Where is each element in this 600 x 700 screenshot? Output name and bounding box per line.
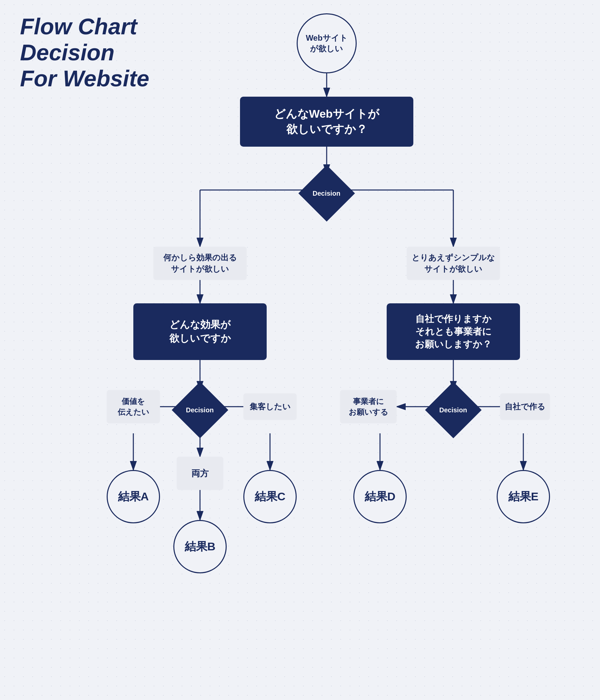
result-b-label: 結果B (185, 539, 216, 554)
question2-left-node: どんな効果が 欲しいですか (133, 303, 267, 360)
start-node: Webサイト が欲しい (297, 13, 357, 73)
decision1-label: Decision (312, 189, 340, 197)
label-rl: 事業者に お願いする (340, 390, 397, 423)
label-lr: 集客したい (243, 393, 297, 420)
result-d-node: 結果D (353, 470, 407, 523)
label-left1-text: 何かしら効果の出る サイトが欲しい (163, 252, 237, 274)
question2-right-node: 自社で作りますか それとも事業者に お願いしますか？ (387, 303, 520, 360)
decision2-left-label: Decision (186, 406, 214, 414)
result-c-label: 結果C (255, 489, 286, 504)
result-b-mid-node: 両方 (177, 457, 223, 490)
decision1-node: Decision (298, 165, 355, 222)
result-c-node: 結果C (243, 470, 297, 523)
result-a-label: 結果A (118, 489, 149, 504)
question1-node: どんなWebサイトが 欲しいですか？ (240, 97, 413, 147)
label-ll: 価値を 伝えたい (107, 390, 160, 423)
result-e-node: 結果E (497, 470, 550, 523)
label-lr-text: 集客したい (250, 401, 291, 412)
flowchart: Webサイト が欲しい どんなWebサイトが 欲しいですか？ Decision … (100, 13, 567, 680)
decision2-right-label: Decision (439, 406, 467, 414)
label-right1: とりあえずシンプルな サイトが欲しい (407, 247, 500, 280)
label-rr: 自社で作る (500, 393, 550, 420)
label-rr-text: 自社で作る (505, 401, 545, 412)
label-right1-text: とりあえずシンプルな サイトが欲しい (412, 252, 495, 274)
result-a-node: 結果A (107, 470, 160, 523)
result-b-node: 結果B (173, 520, 227, 573)
decision2-left-node: Decision (172, 382, 228, 438)
page-container: Flow Chart Decision For Website (0, 0, 600, 700)
start-label: Webサイト が欲しい (306, 33, 347, 54)
label-rl-text: 事業者に お願いする (349, 396, 388, 417)
question2-left-label: どんな効果が 欲しいですか (169, 318, 231, 345)
result-b-mid-label: 両方 (191, 467, 209, 479)
question2-right-label: 自社で作りますか それとも事業者に お願いしますか？ (415, 312, 492, 351)
result-e-label: 結果E (508, 489, 539, 504)
result-d-label: 結果D (365, 489, 396, 504)
label-left1: 何かしら効果の出る サイトが欲しい (153, 247, 247, 280)
question1-label: どんなWebサイトが 欲しいですか？ (274, 106, 379, 137)
decision2-right-node: Decision (425, 382, 482, 438)
label-ll-text: 価値を 伝えたい (118, 396, 149, 417)
